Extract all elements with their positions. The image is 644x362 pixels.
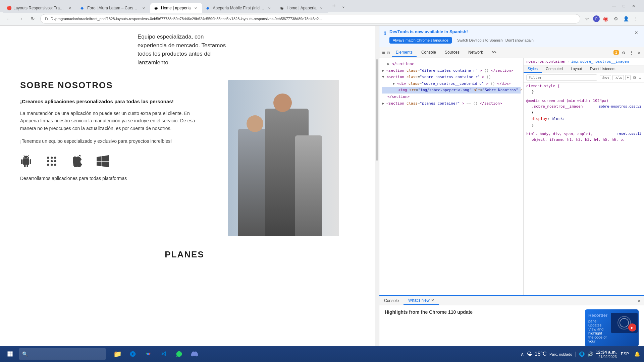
taskbar-discord[interactable]: [187, 347, 202, 361]
taskbar-search[interactable]: 🔍: [19, 348, 106, 360]
filter-hov-badge[interactable]: :hov: [600, 75, 611, 80]
devtools-close-icon[interactable]: ✕: [637, 49, 641, 56]
filter-add-badge[interactable]: +: [625, 75, 631, 80]
style-source-2[interactable]: reset.css:13: [617, 132, 641, 135]
scrollbar-thumb[interactable]: [376, 59, 378, 160]
html-pane: ▶ </section> ▶ <section class="diferenci…: [379, 58, 523, 295]
profile-avatar[interactable]: 👤: [622, 15, 630, 23]
copy-styles-icon[interactable]: ⧉: [633, 75, 636, 80]
styles-tab-event-listeners[interactable]: Event Listeners: [586, 65, 620, 73]
breadcrumb-img[interactable]: img.sobre_nosotros__imagen: [571, 59, 629, 64]
tab-close-5[interactable]: ✕: [319, 5, 324, 11]
devtools-more-tabs[interactable]: >>: [488, 49, 500, 57]
browser-tab-2[interactable]: ◆ Foro | Alura Latam – Cursos onli... ✕: [76, 3, 150, 13]
tab-list-button[interactable]: ⌄: [341, 3, 345, 9]
taskbar-vscode[interactable]: [156, 347, 171, 361]
new-tab-button[interactable]: +: [329, 1, 339, 11]
browser-tab-1[interactable]: 🔴 Layouts Responsivos: Trabajand... ✕: [3, 3, 76, 13]
maximize-button[interactable]: □: [621, 3, 627, 9]
clock-area[interactable]: 12:34 a.m. 21/02/2023: [596, 350, 617, 359]
tab-title-4: Apeperia Mobile First (inicial) – R...: [213, 6, 265, 10]
html-line-3[interactable]: ▼ <section class="sobre_nosotros contain…: [382, 74, 521, 80]
banner-close-button[interactable]: ✕: [633, 29, 639, 36]
vertical-scrollbar[interactable]: [375, 26, 379, 362]
breadcrumb-nosotros[interactable]: nosotros.container: [526, 59, 566, 64]
tab-close-1[interactable]: ✕: [67, 5, 72, 11]
start-button[interactable]: [3, 347, 17, 361]
recorder-thumbnail[interactable]: ▶: [611, 313, 638, 333]
tab-close-3[interactable]: ✕: [193, 5, 198, 11]
html-line-5[interactable]: <img src="img/sobre-apeperia.png" alt="S…: [382, 87, 521, 94]
tab-favicon-2: ◆: [80, 6, 85, 10]
style-block-close: }: [526, 122, 641, 129]
taskbar-file-explorer[interactable]: 📁: [110, 347, 125, 361]
back-button[interactable]: ←: [4, 14, 13, 23]
styles-tab-computed[interactable]: Computed: [542, 65, 567, 73]
top-text-block: Equipo especializada, con experiencia de…: [138, 33, 349, 67]
always-match-button[interactable]: Always match Chrome's language: [389, 37, 452, 44]
bookmark-icon[interactable]: ☆: [583, 15, 591, 23]
media-subselector: .sobre_nosotros__imagen sobre-nosotros.c…: [526, 104, 641, 110]
devtools-tab-network[interactable]: Network: [464, 49, 487, 57]
devtools-settings-icon[interactable]: ⚙: [622, 49, 626, 56]
network-icon[interactable]: 🌐: [579, 351, 585, 357]
breadcrumb-sep: ›: [568, 59, 570, 64]
extension-icon-1[interactable]: ◉: [602, 15, 610, 23]
devtools-tab-console[interactable]: Console: [417, 49, 440, 57]
devtools-dock-icon[interactable]: ⊞: [382, 50, 385, 55]
html-line-1: ▶ </section>: [382, 61, 521, 67]
svg-rect-1: [47, 160, 49, 162]
html-line-2[interactable]: ▶ <section class="diferenciales containe…: [382, 67, 521, 74]
taskbar-whatsapp[interactable]: [172, 347, 186, 361]
play-button[interactable]: ▶: [628, 323, 636, 331]
tab-close-2[interactable]: ✕: [141, 5, 146, 11]
address-bar: ← → ↻ 🗋 D:/programacion/oracle/front_end…: [0, 12, 644, 25]
url-input[interactable]: 🗋 D:/programacion/oracle/front_end/1828-…: [40, 14, 580, 23]
circle-inner: [620, 318, 629, 327]
dont-show-again-link[interactable]: Don't show again: [505, 38, 534, 42]
switch-devtools-link[interactable]: Switch DevTools to Spanish: [457, 38, 503, 42]
forward-button[interactable]: →: [16, 14, 25, 23]
devtools-tab-elements[interactable]: Elements: [392, 49, 417, 57]
minimize-button[interactable]: —: [610, 3, 618, 9]
styles-tab-layout[interactable]: Layout: [567, 65, 586, 73]
weather-info[interactable]: 18°C Parc. nublado: [535, 351, 572, 357]
bottom-tab-console[interactable]: Console: [379, 296, 404, 305]
style-source-1[interactable]: sobre-nosotros.css:52: [599, 104, 641, 109]
notifications-button[interactable]: 🔔: [633, 350, 641, 358]
extensions-button[interactable]: ⚙: [612, 15, 620, 23]
browser-tab-4[interactable]: ◆ Apeperia Mobile First (inicial) – R...…: [202, 3, 276, 13]
bottom-tab-whats-new[interactable]: What's New ✕: [404, 296, 439, 305]
devtools-more-options-icon[interactable]: ⋮: [629, 49, 635, 56]
search-icon: 🔍: [22, 351, 28, 357]
recorder-card: Recorder panel updates View and highligh…: [585, 309, 639, 347]
svg-rect-2: [47, 164, 49, 166]
close-window-button[interactable]: ✕: [630, 3, 637, 9]
browser-tab-5[interactable]: ◉ Home | Apeperia ✕: [276, 3, 328, 13]
filter-cls-badge[interactable]: .cls: [612, 75, 624, 80]
tab-favicon-1: 🔴: [7, 6, 11, 10]
recorder-text: Recorder panel updates View and highligh…: [588, 313, 607, 343]
devtools-inspect-icon[interactable]: ⊡: [387, 50, 389, 55]
browser-tab-3[interactable]: ◉ Home | apeperia ✕: [150, 3, 202, 13]
reload-button[interactable]: ↻: [28, 14, 38, 23]
language-indicator[interactable]: ESP: [620, 351, 630, 357]
volume-icon[interactable]: 🔊: [587, 351, 593, 357]
html-line-4[interactable]: ▶ <div class="sobre_nosotros__contenid o…: [382, 80, 521, 87]
profile-icon[interactable]: P: [593, 15, 600, 22]
bottom-panel-close-button[interactable]: ✕: [635, 298, 644, 303]
taskbar-edge[interactable]: [125, 347, 140, 361]
devtools-tab-sources[interactable]: Sources: [441, 49, 464, 57]
menu-button[interactable]: ⋮: [632, 15, 640, 23]
styles-tab-styles[interactable]: Styles: [524, 65, 542, 73]
new-style-rule-icon[interactable]: ⊞: [639, 75, 641, 80]
styles-filter-input[interactable]: [526, 74, 597, 81]
tab-close-4[interactable]: ✕: [267, 5, 272, 11]
reset-selector: html, body, div, span, applet, reset.css…: [526, 132, 641, 136]
html-line-7[interactable]: ▶ <section class="planes container" > ==…: [382, 100, 521, 107]
windows-platform-icon: [97, 155, 109, 170]
bottom-tab-close[interactable]: ✕: [431, 298, 434, 303]
tab-favicon-5: ◉: [280, 6, 285, 10]
tray-up-arrow[interactable]: ∧: [521, 351, 524, 357]
taskbar-chrome[interactable]: [141, 347, 156, 361]
